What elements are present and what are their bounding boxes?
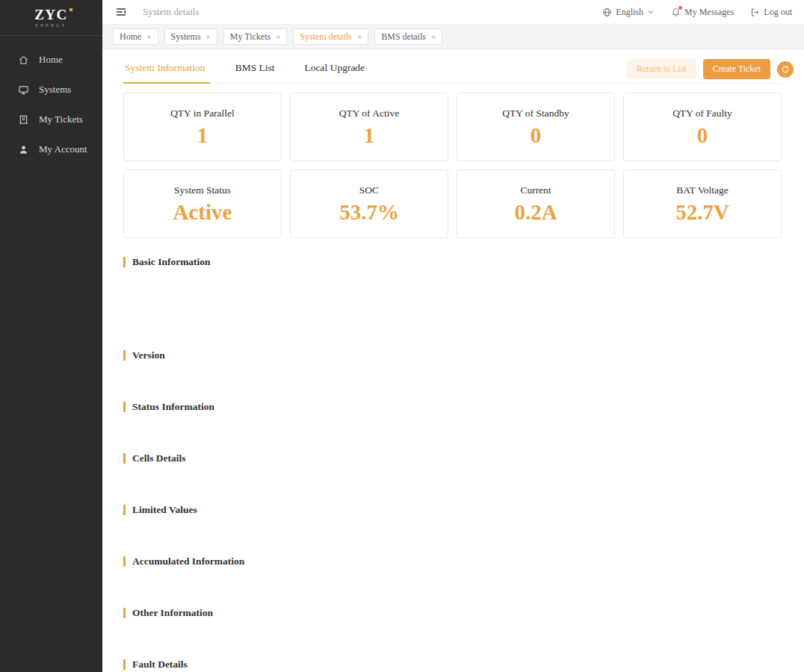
field: [617, 474, 782, 486]
bell-icon: [671, 7, 681, 17]
section-title-bar-icon: [123, 556, 126, 567]
section-title-text: Other Information: [132, 607, 213, 619]
field: [288, 299, 452, 311]
close-icon[interactable]: ×: [206, 33, 211, 41]
section-title-text: Version: [132, 349, 165, 361]
sidebar-item-my-account[interactable]: My Account: [0, 134, 102, 164]
info-section: Other Information: [123, 607, 782, 641]
sidebar-item-label: My Tickets: [39, 113, 83, 125]
field: [123, 423, 288, 435]
top-bar-right: English My Messages Log ou: [602, 7, 792, 18]
tickets-icon: [18, 114, 29, 125]
tabs: System InformationBMS ListLocal Upgrade: [123, 55, 380, 83]
my-messages-label: My Messages: [684, 7, 734, 18]
breadcrumb-tag[interactable]: Home ×: [113, 28, 158, 45]
stat-card: System Status Active: [123, 169, 282, 238]
field: [453, 526, 617, 538]
brand-logo[interactable]: ZYC ENERGY: [0, 0, 102, 36]
field: [123, 526, 288, 538]
collapse-sidebar-icon[interactable]: [114, 5, 128, 19]
field: [288, 629, 452, 641]
section-title-bar-icon: [123, 453, 126, 464]
sidebar-item-systems[interactable]: Systems: [0, 75, 102, 105]
app-window: ZYC ENERGY Home Systems: [0, 0, 804, 672]
info-sections: Basic Information Version Status Informa…: [123, 256, 782, 672]
close-icon[interactable]: ×: [357, 33, 362, 41]
stat-card: QTY in Parallel 1: [123, 93, 282, 161]
breadcrumb-tag[interactable]: System details ×: [293, 28, 368, 45]
stat-card: QTY of Active 1: [290, 93, 448, 161]
stat-card: BAT Voltage 52.7V: [623, 169, 782, 238]
language-label: English: [616, 7, 643, 18]
section-title-bar-icon: [123, 350, 126, 361]
field: [123, 371, 288, 383]
field: [288, 320, 452, 332]
account-icon: [18, 144, 29, 155]
home-icon: [18, 55, 29, 66]
field: [123, 577, 288, 589]
logout-button[interactable]: Log out: [750, 7, 792, 18]
logout-label: Log out: [764, 7, 792, 18]
top-bar: System details English My Me: [102, 0, 804, 25]
language-selector[interactable]: English: [602, 7, 655, 18]
my-messages-button[interactable]: My Messages: [671, 7, 734, 18]
tab-label: System Information: [125, 62, 205, 73]
section-title: Limited Values: [123, 504, 782, 516]
section-title-bar-icon: [123, 257, 126, 267]
stat-card-value: 1: [364, 125, 375, 146]
systems-icon: [18, 84, 29, 96]
refresh-button[interactable]: [777, 61, 794, 78]
tabs-row: System InformationBMS ListLocal Upgrade …: [123, 55, 782, 84]
stat-card-value: Active: [173, 202, 232, 223]
field: [617, 299, 782, 311]
stat-cards: QTY in Parallel 1 QTY of Active 1 QTY of…: [123, 93, 782, 238]
info-section: Cells Details: [123, 452, 782, 486]
section-title-text: Limited Values: [132, 504, 197, 516]
brand-dot-icon: [69, 8, 72, 11]
tab[interactable]: Local Upgrade: [290, 55, 380, 83]
section-title-bar-icon: [123, 608, 126, 618]
tab-label: Local Upgrade: [305, 62, 365, 73]
section-title-text: Fault Details: [132, 659, 188, 671]
main-area: System details English My Me: [102, 0, 804, 672]
section-title-bar-icon: [123, 659, 126, 670]
stat-card-value: 0.2A: [514, 202, 557, 223]
return-to-list-button[interactable]: Return to List: [627, 59, 696, 79]
close-icon[interactable]: ×: [431, 33, 436, 41]
tag-label: My Tickets: [230, 31, 270, 43]
section-title-text: Cells Details: [132, 452, 186, 464]
field: [123, 629, 288, 641]
section-title: Basic Information: [123, 256, 782, 268]
tab[interactable]: BMS List: [220, 55, 290, 83]
sidebar-item-home[interactable]: Home: [0, 45, 102, 75]
breadcrumb-tag[interactable]: BMS details ×: [374, 28, 442, 45]
info-section: Fault Details No fault information: [123, 659, 782, 672]
field: [123, 474, 288, 486]
breadcrumb-tag[interactable]: Systems ×: [164, 28, 217, 45]
tag-label: Systems: [171, 31, 201, 43]
breadcrumb-tag[interactable]: My Tickets ×: [223, 28, 288, 45]
sidebar-item-my-tickets[interactable]: My Tickets: [0, 105, 102, 134]
stat-card-value: 53.7%: [339, 202, 399, 223]
section-title-bar-icon: [123, 402, 126, 412]
field: [617, 278, 782, 290]
translate-icon: [602, 7, 612, 17]
field: [453, 474, 617, 486]
section-title-text: Basic Information: [132, 256, 211, 268]
section-title: Status Information: [123, 401, 782, 413]
field: [123, 299, 288, 311]
tag-label: Home: [120, 31, 141, 43]
tab[interactable]: System Information: [123, 55, 220, 83]
stat-card-label: QTY of Standby: [502, 108, 569, 119]
close-icon[interactable]: ×: [146, 33, 151, 41]
page-title: System details: [143, 6, 199, 18]
brand-name: ZYC: [34, 7, 68, 22]
stat-card: QTY of Standby 0: [457, 93, 615, 161]
create-ticket-button[interactable]: Create Ticket: [703, 59, 770, 79]
info-section: Status Information: [123, 401, 782, 435]
close-icon[interactable]: ×: [276, 33, 280, 41]
stat-card: Current 0.2A: [457, 169, 615, 238]
stat-card-label: System Status: [174, 184, 231, 196]
section-title-text: Status Information: [132, 401, 214, 413]
breadcrumb-tags-bar: Home × Systems × My Tickets × System det…: [102, 25, 804, 49]
